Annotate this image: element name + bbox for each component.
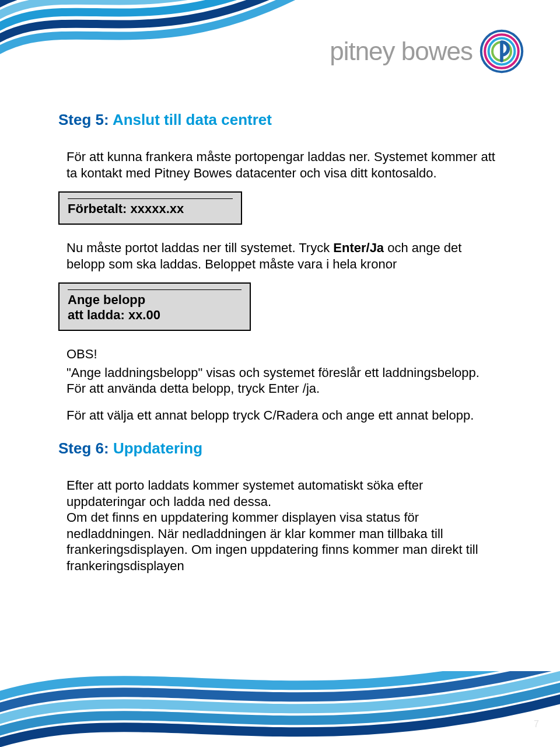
display-box-prepaid: Förbetalt: xxxxx.xx [58, 191, 242, 225]
step5-heading-prefix: Steg 5: [58, 111, 109, 128]
display-box-amount: Ange belopp att ladda: xx.00 [58, 282, 251, 331]
obs-label: OBS! [66, 346, 502, 362]
step6-heading-title: Uppdatering [109, 439, 202, 457]
obs-text: "Ange laddningsbelopp" visas och systeme… [66, 365, 502, 397]
brand-text: pitney bowes [330, 37, 473, 66]
decorative-wave-top [0, 0, 309, 93]
step5-heading-title: Anslut till data centret [109, 111, 272, 128]
page-content: Steg 5: Anslut till data centret För att… [58, 111, 502, 584]
step6-heading: Steg 6: Uppdatering [58, 439, 502, 458]
step5-load-instruction: Nu måste portot laddas ner till systemet… [66, 240, 502, 272]
step6-body: Efter att porto laddats kommer systemet … [66, 477, 502, 574]
display-box-amount-text: Ange belopp att ladda: xx.00 [68, 292, 242, 323]
page-number: 7 [534, 719, 539, 729]
step5-intro: För att kunna frankera måste portopengar… [66, 149, 502, 181]
step5-heading: Steg 5: Anslut till data centret [58, 111, 502, 129]
decorative-wave-bottom [0, 671, 560, 747]
brand-logo: pitney bowes [330, 28, 525, 75]
step5-para2-a: Nu måste portot laddas ner till systemet… [66, 240, 333, 255]
brand-icon [478, 28, 525, 75]
other-amount-text: För att välja ett annat belopp tryck C/R… [66, 407, 502, 424]
step5-para2-bold: Enter/Ja [333, 240, 384, 255]
step6-heading-prefix: Steg 6: [58, 439, 109, 457]
display-box-prepaid-text: Förbetalt: xxxxx.xx [68, 201, 233, 217]
